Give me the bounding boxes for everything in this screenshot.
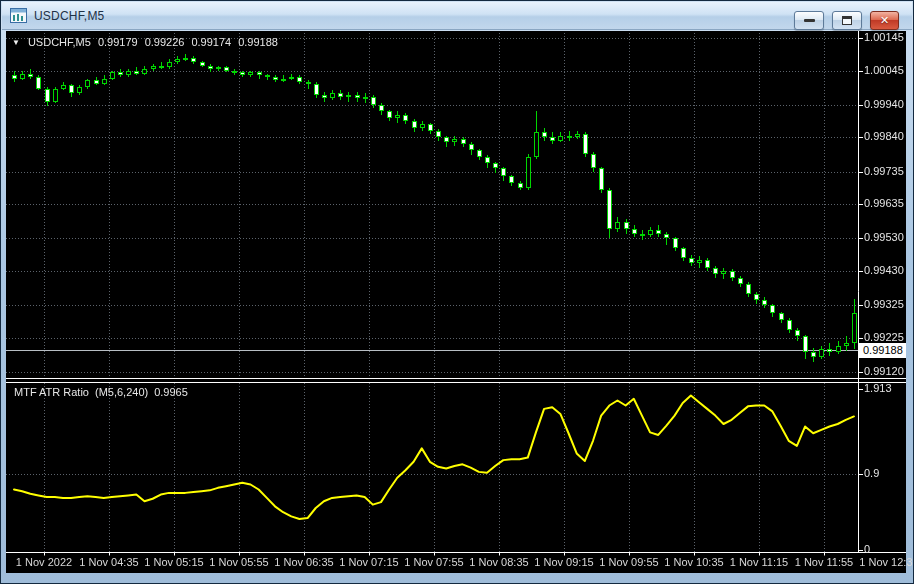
indicator-label: MTF ATR Ratio (M5,6,240) 0.9965: [14, 386, 188, 398]
price-axis-label: 0.99840: [864, 130, 904, 142]
price-axis-label: 0.99635: [864, 197, 904, 209]
price-axis-label: 0.99325: [864, 298, 904, 310]
indicator-value: 0.9965: [154, 386, 188, 398]
price-axis-label: 1.00045: [864, 64, 904, 76]
pane-separator[interactable]: [6, 378, 906, 383]
price-axis-label: 0.99120: [864, 365, 904, 377]
chart-area: ▼ USDCHF,M5 0.99179 0.99226 0.99174 0.99…: [6, 31, 906, 573]
time-axis-label: 1 Nov 12:35: [849, 556, 914, 568]
price-axis-label: 0.99225: [864, 331, 904, 343]
chart-canvas[interactable]: [6, 31, 906, 573]
indicator-axis-label: 0.9: [864, 467, 879, 479]
price-axis-label: 0.99735: [864, 165, 904, 177]
title-bar[interactable]: USDCHF,M5: [2, 2, 912, 30]
indicator-name: MTF ATR Ratio: [14, 386, 89, 398]
price-axis-label: 0.99530: [864, 231, 904, 243]
price-axis-label: 0.99940: [864, 98, 904, 110]
indicator-axis-label: 0: [864, 543, 870, 555]
chart-window-icon[interactable]: [10, 8, 27, 23]
price-axis-label: 1.00145: [864, 31, 904, 43]
current-price-tag: 0.99188: [859, 343, 906, 358]
minimize-icon: [804, 19, 815, 22]
close-icon: ✕: [880, 15, 889, 26]
price-axis-label: 0.99430: [864, 264, 904, 276]
indicator-params: (M5,6,240): [95, 386, 148, 398]
header-symbol: USDCHF,M5: [28, 36, 91, 48]
header-close: 0.99188: [238, 36, 278, 48]
header-open: 0.99179: [98, 36, 138, 48]
header-low: 0.99174: [191, 36, 231, 48]
indicator-axis-label: 1.913: [864, 382, 892, 394]
symbol-dropdown-icon: ▼: [12, 38, 20, 47]
chart-window: USDCHF,M5 ✕ ▼ USDCHF,M5 0.99179 0.99226 …: [0, 0, 914, 584]
restore-icon: [842, 16, 852, 25]
close-button[interactable]: ✕: [870, 11, 899, 30]
minimize-button[interactable]: [794, 11, 824, 30]
ohlc-header: ▼ USDCHF,M5 0.99179 0.99226 0.99174 0.99…: [12, 36, 278, 48]
window-controls: ✕: [794, 11, 899, 30]
window-title: USDCHF,M5: [34, 9, 104, 23]
restore-button[interactable]: [832, 11, 862, 30]
header-high: 0.99226: [145, 36, 185, 48]
